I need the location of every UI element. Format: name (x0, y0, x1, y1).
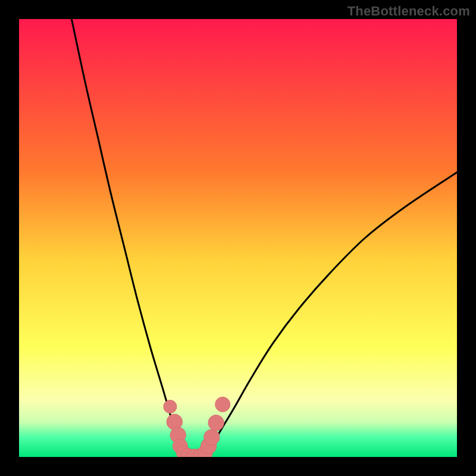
data-marker (208, 415, 224, 430)
data-marker (204, 430, 220, 445)
data-marker (164, 400, 177, 413)
background-gradient (19, 19, 457, 457)
watermark-text: TheBottleneck.com (347, 4, 470, 19)
chart-frame: TheBottleneck.com (0, 0, 476, 476)
data-marker (215, 397, 230, 412)
plot-area (19, 19, 457, 457)
chart-svg (19, 19, 457, 457)
